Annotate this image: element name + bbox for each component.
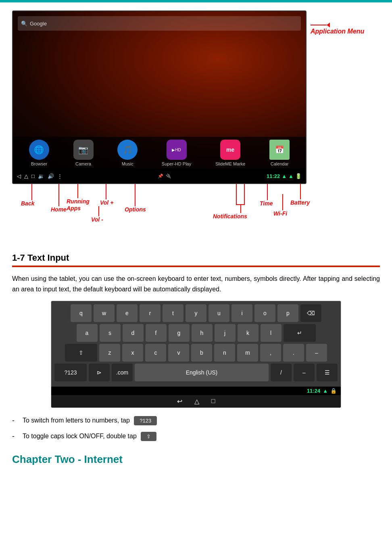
app-dock: 🌐 Browser 📷 Camera 🎵 [13,137,306,169]
key-p[interactable]: p [277,304,298,322]
keyboard-wifi: ▲ [323,388,328,394]
key-period[interactable]: . [283,344,304,362]
back-label: Back [21,200,34,207]
key-row-1: q w e r t y u i o p ⌫ [54,304,338,322]
keyboard-rows: q w e r t y u i o p ⌫ a s [51,301,341,387]
key-row-4: ?123 ⊳ .com English (US) / – ☰ [54,364,338,381]
bullet-list: - To switch from letters to numbers, tap… [12,416,380,441]
key-q[interactable]: q [71,304,92,322]
key-tab[interactable]: ⊳ [89,364,110,381]
volminus-line [98,206,99,216]
usb-icon: 🔌 [166,174,171,179]
time-label: Time [260,200,273,207]
keyboard-time: 11:24 [307,388,320,394]
key-i[interactable]: i [231,304,252,322]
vol-down-icon: 🔉 [38,173,44,179]
key-h[interactable]: h [192,324,213,342]
key-dotcom[interactable]: .com [112,364,133,381]
bullet-text-1: To switch from letters to numbers, tap ?… [23,416,157,425]
key-j[interactable]: j [215,324,236,342]
back-line [31,184,32,200]
keyboard-battery: 🔒 [330,388,337,394]
wifi-line [282,194,283,210]
key-s[interactable]: s [100,324,121,342]
main-content: 🔍 Google 🌐 Browser 📷 [0,2,392,474]
key-dash[interactable]: – [306,344,327,362]
calendar-icon[interactable]: 📅 Calendar [269,140,290,166]
key-shift[interactable]: ⇧ [65,344,97,362]
nav-back-icon[interactable]: ↩ [177,397,182,405]
key-row-2: a s d f g h j k l ↵ [54,324,338,342]
wifi-label: Wi-Fi [273,210,287,217]
nav-home-icon[interactable]: △ [194,397,199,405]
nav-recents-icon[interactable]: □ [211,397,215,405]
key-d[interactable]: d [123,324,144,342]
key-settings[interactable]: ☰ [317,364,338,381]
key-num[interactable]: ?123 [54,364,87,381]
phone-status-bar: ◁ △ □ 🔉 🔊 ⋮ 📌 🔌 11:22 [13,169,306,183]
phone-screenshot: 🔍 Google 🌐 Browser 📷 [12,10,307,184]
dash-1: - [12,416,15,425]
key-c[interactable]: c [145,344,166,362]
key-b[interactable]: b [191,344,212,362]
key-w[interactable]: w [94,304,115,322]
volminus-label: Vol - [91,216,103,223]
key-space[interactable]: English (US) [135,364,269,381]
runningapps-line [77,184,78,198]
slideme-icon[interactable]: me SlideME Marke [215,140,246,166]
superhd-icon[interactable]: ▶HD Super-HD Play [162,140,191,166]
key-m[interactable]: m [237,344,258,362]
key-k[interactable]: k [238,324,259,342]
music-icon[interactable]: 🎵 Music [117,140,138,166]
recents-nav-icon: □ [31,173,35,179]
key-dash2[interactable]: – [294,364,315,381]
key-l[interactable]: l [261,324,281,342]
key-x[interactable]: x [122,344,143,362]
shift-key-inline: ⇧ [141,432,156,441]
browser-icon[interactable]: 🌐 Browser [29,140,49,166]
key-u[interactable]: u [209,304,229,322]
keyboard-image: q w e r t y u i o p ⌫ a s [51,301,341,408]
key-f[interactable]: f [146,324,167,342]
notif-line2 [244,184,245,204]
google-search-bar[interactable]: 🔍 Google [18,16,301,31]
notif-line1 [236,184,237,204]
browser-label: Browser [31,161,47,166]
vol-up-icon: 🔊 [48,173,54,179]
dash-2: - [12,432,15,441]
key-n[interactable]: n [214,344,235,362]
battery-label: Battery [290,199,310,206]
key-o[interactable]: o [254,304,275,322]
key-v[interactable]: v [168,344,189,362]
key-slash[interactable]: / [271,364,292,381]
signal-icon: ▲ [288,173,294,179]
key-t[interactable]: t [163,304,183,322]
back-nav-icon: ◁ [17,173,21,179]
phone-section: 🔍 Google 🌐 Browser 📷 [12,10,380,236]
key-z[interactable]: z [99,344,120,362]
key-y[interactable]: y [186,304,206,322]
keyboard-container: q w e r t y u i o p ⌫ a s [12,301,380,408]
keyboard-status-bar: 11:24 ▲ 🔒 [51,387,341,395]
bullet-text-2: To toggle caps lock ON/OFF, double tap ⇧ [23,432,156,441]
key-enter[interactable]: ↵ [284,324,316,342]
camera-icon[interactable]: 📷 Camera [73,140,94,166]
key-g[interactable]: g [169,324,190,342]
num-key-inline: ?123 [134,416,157,425]
menu-dots-icon: ⋮ [57,173,63,179]
battery-line [300,184,301,199]
key-e[interactable]: e [117,304,138,322]
key-r[interactable]: r [140,304,161,322]
key-comma[interactable]: , [260,344,281,362]
options-line [135,184,136,206]
home-nav-icon: △ [24,173,28,179]
notif-merge [240,205,241,213]
key-a[interactable]: a [77,324,98,342]
superhd-label: Super-HD Play [162,161,191,166]
status-right-time: 11:22 ▲ ▲ 🔋 [267,173,302,179]
key-backspace[interactable]: ⌫ [300,304,321,322]
battery-icon: 🔋 [295,173,302,179]
google-label: Google [30,21,47,27]
key-row-3: ⇧ z x c v b n m , . – [54,344,338,362]
wifi-icon: ▲ [281,173,287,179]
